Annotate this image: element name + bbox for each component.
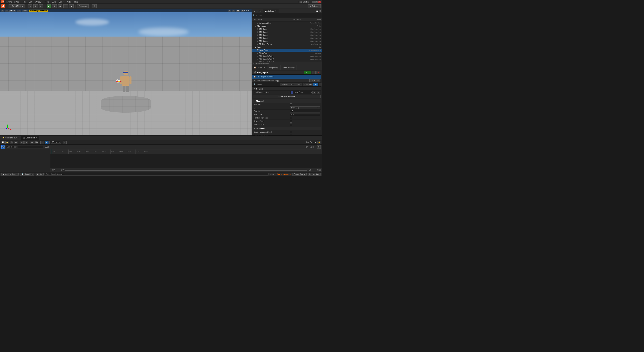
vp-icon-1[interactable]: ↖: [228, 9, 231, 12]
maximize-button[interactable]: □: [315, 1, 318, 3]
tab-details[interactable]: 📋 Details ✕: [252, 65, 267, 70]
add-track-button[interactable]: Track: [1, 145, 5, 149]
outliner-settings-icon[interactable]: ⚙: [319, 10, 321, 12]
vp-angle[interactable]: ⌀: [241, 9, 244, 12]
details-more-options[interactable]: ⋮: [319, 83, 322, 86]
menu-item-select[interactable]: Select: [58, 0, 66, 3]
tab-content-browser[interactable]: 📁 Content Browser: [1, 136, 21, 140]
outliner-search-input[interactable]: [256, 14, 321, 16]
open-level-sequence-button[interactable]: Open Level Sequence: [253, 95, 321, 98]
auto-play-checkbox[interactable]: [290, 103, 292, 106]
menu-item-edit[interactable]: Edit: [27, 0, 33, 3]
filter-actor[interactable]: Actor: [289, 83, 296, 86]
details-tab-close[interactable]: ✕: [264, 66, 265, 68]
vp-snap[interactable]: 🔲: [236, 9, 240, 12]
cmd-button[interactable]: Cmd ▾: [36, 173, 44, 175]
settings-button[interactable]: ⚙ Settings ▾: [308, 4, 321, 8]
details-options-button[interactable]: ⋮: [312, 71, 316, 74]
menu-item-window[interactable]: Window: [34, 0, 43, 3]
tab-outliner[interactable]: ☰ Outliner ✕: [263, 9, 279, 13]
close-button[interactable]: ✕: [318, 1, 321, 3]
scrollbar-thumb[interactable]: [65, 170, 307, 171]
outliner-item-4[interactable]: □ SM_Cube3 StaticMeshActor: [252, 33, 322, 36]
viewport-options-button[interactable]: ≡: [1, 9, 4, 12]
disable-movement-checkbox[interactable]: [290, 131, 292, 133]
details-instance-bar[interactable]: 🔲 Hero_Export (Instance): [252, 75, 321, 79]
outliner-item-7[interactable]: ♦ BP_Hero_Strong LevelHeroActor: [252, 42, 322, 45]
filter-general[interactable]: General: [280, 83, 289, 86]
stop-button[interactable]: ⏹: [58, 4, 62, 8]
outliner-item-9[interactable]: 🎬 Hero_Export LevelSequenceAct: [252, 49, 322, 52]
tab-levels[interactable]: ≡ Levels: [252, 9, 263, 13]
play-rate-input[interactable]: [290, 110, 320, 112]
menu-item-help[interactable]: Help: [73, 0, 80, 3]
seq-save-button[interactable]: 💾: [1, 141, 5, 144]
eject-button[interactable]: ⏏: [69, 4, 74, 8]
scalability-badge[interactable]: Scalability: Cinematic: [29, 9, 48, 12]
details-search-input[interactable]: [256, 83, 280, 85]
random-start-checkbox[interactable]: [290, 117, 292, 119]
outliner-item-5[interactable]: □ SM_Cube5 StaticMeshActor: [252, 36, 322, 39]
seq-filter-button[interactable]: ⊟: [40, 141, 44, 144]
pause-button[interactable]: ⏸: [52, 4, 57, 8]
outliner-item-3[interactable]: □ SM_Cube2 StaticMeshActor: [252, 30, 322, 33]
outliner-item-0[interactable]: ☁ VolumetricCloud VolumetricCloud: [252, 21, 322, 24]
details-pin-button[interactable]: 📌: [316, 71, 320, 74]
rotate-button[interactable]: ↻: [33, 4, 38, 8]
outliner-item-12[interactable]: □ SM_ChamferCube2 StaticMeshActor: [252, 58, 322, 61]
timeline-ruler[interactable]: -315-00150030004500600075009001050120013…: [50, 149, 322, 154]
menu-item-build[interactable]: Build: [50, 0, 57, 3]
edit-asset-button[interactable]: ✏: [317, 91, 320, 94]
select-mode-button[interactable]: ↖ Select Mode ▾: [8, 4, 24, 8]
tab-sequencer[interactable]: 🎬 Sequencer ✕: [21, 136, 39, 140]
transform-button[interactable]: ⊕: [28, 4, 32, 8]
perspective-button[interactable]: Perspective: [5, 9, 16, 12]
seq-key-button[interactable]: ◆: [30, 141, 34, 144]
minimize-button[interactable]: ─: [312, 1, 314, 3]
tab-world-settings[interactable]: World Settings: [280, 65, 297, 70]
start-offset-input[interactable]: [290, 113, 320, 116]
scale-button[interactable]: ⤢: [39, 4, 43, 8]
quick-add-button[interactable]: ☰: [92, 4, 96, 8]
play-button[interactable]: ▶: [46, 4, 51, 8]
disable-look-checkbox[interactable]: [290, 134, 292, 136]
section-general[interactable]: General: [252, 87, 321, 91]
outliner-item-8[interactable]: ▶ Hero Folder: [252, 45, 322, 49]
outliner-item-10[interactable]: ▷ PlayerStart PlayerStart: [252, 52, 322, 55]
ue-home-icon[interactable]: UE: [1, 4, 5, 8]
source-control-button[interactable]: Source Control: [292, 173, 306, 175]
outliner-save-icon[interactable]: 💾: [316, 10, 318, 12]
seq-auto-button[interactable]: ⌨: [34, 141, 38, 144]
section-cinematic[interactable]: Cinematic: [252, 127, 321, 130]
outliner-item-2[interactable]: □ SM_Cube StaticMeshActor: [252, 27, 322, 30]
loop-select[interactable]: Don't Loop: [290, 106, 320, 109]
menu-item-file[interactable]: File: [21, 0, 27, 3]
outliner-item-11[interactable]: □ SM_ChamferCube StaticMeshActor: [252, 55, 322, 58]
add-component-button[interactable]: + Add: [304, 71, 311, 74]
platforms-button[interactable]: Platforms ▾: [77, 4, 88, 8]
seq-render-button[interactable]: 🎥: [10, 141, 14, 144]
filter-all[interactable]: All: [313, 83, 318, 86]
seq-sub-button[interactable]: ⊞: [14, 141, 18, 144]
console-input[interactable]: [45, 173, 268, 175]
asset-picker[interactable]: Hero_Export ▾: [290, 91, 312, 94]
outliner-item-1[interactable]: ▶ Playground Folder: [252, 24, 322, 27]
seq-fps-select[interactable]: 30 fps ▾: [51, 141, 61, 144]
content-drawer-button[interactable]: ⬆ Content Drawer: [1, 173, 18, 175]
vp-icon-2[interactable]: ⊕: [232, 9, 235, 12]
menu-item-tools[interactable]: Tools: [43, 0, 50, 3]
sequencer-tab-close[interactable]: ✕: [36, 137, 37, 139]
menu-item-actor[interactable]: Actor: [66, 0, 73, 3]
filter-misc[interactable]: Misc: [296, 83, 302, 86]
seq-play-button[interactable]: ▶: [45, 141, 48, 144]
seq-folder-button[interactable]: 📁: [5, 141, 9, 144]
derived-data-button[interactable]: Derived Data: [308, 173, 321, 175]
seq-settings-button[interactable]: ⚙: [317, 145, 321, 149]
lit-button[interactable]: Lit: [17, 9, 21, 12]
restore-state-checkbox[interactable]: [290, 120, 292, 122]
pause-end-checkbox[interactable]: [290, 123, 292, 126]
seq-curve-button[interactable]: ∿: [24, 141, 28, 144]
skip-button[interactable]: ⏭: [64, 4, 68, 8]
timeline-scrollbar[interactable]: [65, 170, 307, 171]
seq-lock-button[interactable]: 🔒: [317, 141, 321, 144]
